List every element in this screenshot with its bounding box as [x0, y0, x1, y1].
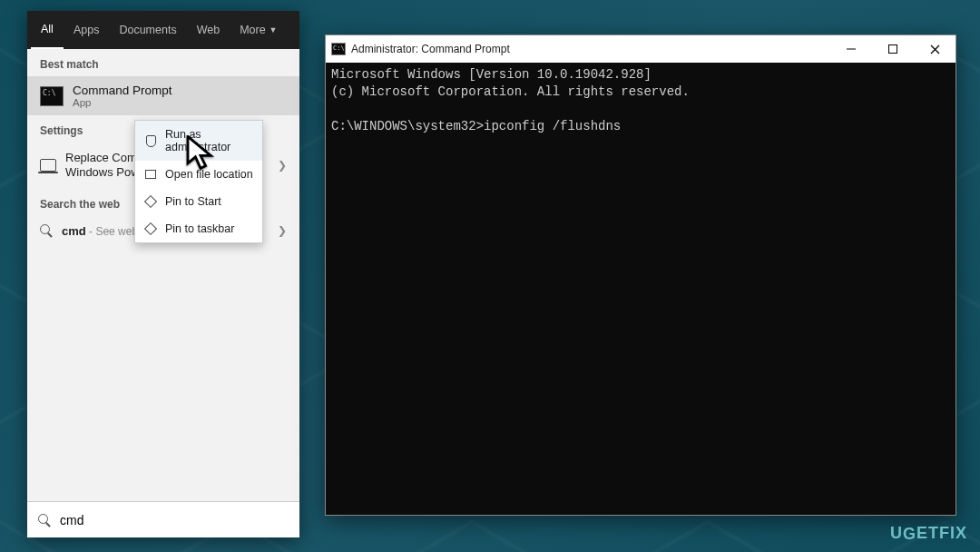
tab-documents[interactable]: Documents [109, 11, 186, 49]
ctx-pin-to-start[interactable]: Pin to Start [135, 188, 262, 215]
terminal-prompt: C:\WINDOWS\system32> [331, 119, 484, 133]
terminal-output[interactable]: Microsoft Windows [Version 10.0.19042.92… [326, 63, 956, 515]
svg-rect-1 [889, 45, 897, 54]
settings-item-line2: Windows Pow [65, 165, 140, 180]
tab-apps[interactable]: Apps [64, 11, 110, 49]
window-titlebar[interactable]: C:\ Administrator: Command Prompt [326, 35, 956, 63]
tab-web[interactable]: Web [187, 11, 230, 49]
best-match-label: Best match [27, 49, 299, 76]
device-icon [40, 159, 56, 172]
ctx-pin-to-taskbar[interactable]: Pin to taskbar [135, 215, 262, 242]
pin-icon [144, 222, 157, 235]
best-match-title: Command Prompt [73, 84, 172, 97]
ctx-pin-to-taskbar-label: Pin to taskbar [165, 222, 234, 235]
ctx-open-file-location[interactable]: Open file location [135, 161, 262, 188]
watermark: UGETFIX [890, 524, 967, 543]
pin-icon [144, 195, 157, 208]
minimize-button[interactable] [830, 35, 872, 63]
window-controls [830, 35, 956, 63]
tab-more-label: More [240, 24, 265, 36]
search-icon [40, 224, 53, 237]
search-input-bar [27, 501, 299, 537]
best-match-result[interactable]: C:\ Command Prompt App [27, 76, 299, 115]
close-button[interactable] [914, 35, 956, 63]
terminal-command: ipconfig /flushdns [484, 119, 621, 133]
ctx-run-as-admin[interactable]: Run as administrator [135, 121, 262, 161]
chevron-right-icon: ❯ [278, 159, 287, 172]
context-menu: Run as administrator Open file location … [134, 120, 263, 243]
maximize-button[interactable] [872, 35, 914, 63]
ctx-open-file-location-label: Open file location [165, 168, 253, 181]
chevron-right-icon: ❯ [278, 224, 287, 237]
search-filter-tabs: All Apps Documents Web More ▼ [27, 11, 299, 49]
window-title: Administrator: Command Prompt [351, 43, 510, 55]
folder-icon [144, 168, 157, 181]
command-prompt-icon: C:\ [40, 86, 64, 106]
start-search-panel: All Apps Documents Web More ▼ Best match… [27, 11, 299, 537]
tab-all[interactable]: All [31, 11, 64, 49]
settings-item-line1: Replace Com [65, 151, 140, 165]
terminal-line: Microsoft Windows [Version 10.0.19042.92… [331, 67, 652, 82]
ctx-run-as-admin-label: Run as administrator [165, 128, 253, 153]
command-prompt-icon: C:\ [331, 43, 346, 55]
search-input[interactable] [60, 513, 289, 527]
web-query-text: cmd [62, 224, 86, 238]
ctx-pin-to-start-label: Pin to Start [165, 195, 221, 208]
shield-icon [144, 134, 157, 147]
tab-more[interactable]: More ▼ [230, 11, 287, 49]
terminal-line: (c) Microsoft Corporation. All rights re… [331, 84, 690, 99]
search-icon [38, 514, 51, 527]
command-prompt-window: C:\ Administrator: Command Prompt Micros… [325, 34, 956, 516]
best-match-subtitle: App [73, 97, 172, 108]
chevron-down-icon: ▼ [270, 25, 278, 34]
